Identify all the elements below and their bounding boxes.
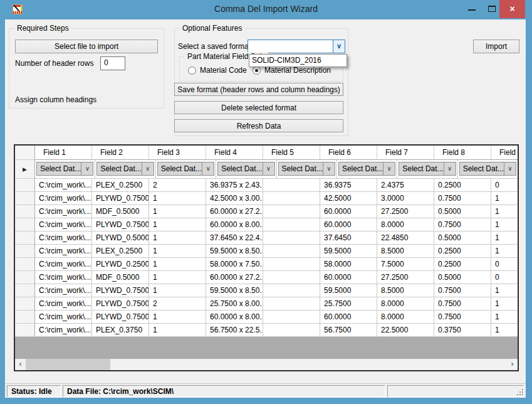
grid-cell[interactable]: 1 — [149, 245, 206, 258]
grid-cell[interactable]: 8.5000 — [377, 284, 434, 297]
row-header-cell[interactable] — [15, 324, 35, 337]
grid-cell[interactable]: 1 — [491, 192, 518, 205]
grid-cell[interactable]: C:\rcim_work\... — [35, 311, 92, 324]
grid-cell[interactable]: 56.7500 x 22.5... — [206, 324, 263, 337]
grid-cell[interactable]: 0 — [491, 258, 518, 271]
grid-cell[interactable]: 56.7500 — [320, 324, 377, 337]
grid-cell[interactable]: PLYWD_0.7500 — [92, 284, 149, 297]
grid-cell[interactable]: 0.5000 — [434, 231, 491, 245]
grid-cell[interactable]: 36.9375 — [320, 179, 377, 192]
grid-cell[interactable]: 1 — [491, 245, 518, 258]
row-header-cell[interactable] — [15, 258, 35, 271]
grid-cell[interactable]: 0.3750 — [434, 324, 491, 337]
row-header-cell[interactable] — [15, 205, 35, 218]
grid-cell[interactable]: 59.5000 — [320, 245, 377, 258]
grid-cell[interactable]: 60.0000 — [320, 311, 377, 324]
grid-cell[interactable] — [263, 231, 320, 245]
grid-cell[interactable]: PLYWD_0.7500 — [92, 192, 149, 205]
grid-cell[interactable]: 2.4375 — [377, 179, 434, 192]
grid-cell[interactable]: 59.5000 x 8.50... — [206, 284, 263, 297]
grid-cell[interactable]: 37.6450 — [320, 231, 377, 245]
column-header[interactable]: Field 2 — [92, 146, 149, 160]
select-data-combobox[interactable]: Select Dat...∨ — [96, 162, 154, 176]
grid-cell[interactable] — [263, 271, 320, 284]
grid-cell[interactable]: 1 — [149, 192, 206, 205]
scroll-right-arrow[interactable]: › — [507, 359, 518, 370]
grid-cell[interactable]: 27.2500 — [377, 271, 434, 284]
grid-cell[interactable]: 1 — [149, 311, 206, 324]
grid-cell[interactable]: 0.7500 — [434, 311, 491, 324]
grid-cell[interactable]: 25.7500 x 8.00... — [206, 297, 263, 311]
grid-cell[interactable]: PLEX_0.3750 — [92, 324, 149, 337]
radio-material-code[interactable]: Material Code — [188, 66, 247, 75]
grid-cell[interactable]: 8.5000 — [377, 245, 434, 258]
row-header-cell[interactable] — [15, 218, 35, 231]
resize-grip-icon[interactable] — [522, 394, 523, 395]
grid-cell[interactable]: C:\rcim_work\... — [35, 218, 92, 231]
row-header-cell[interactable] — [15, 311, 35, 324]
grid-cell[interactable]: 1 — [149, 284, 206, 297]
grid-cell[interactable]: 42.5000 — [320, 192, 377, 205]
grid-cell[interactable]: 59.5000 — [320, 284, 377, 297]
titlebar[interactable]: Comma Del Import Wizard × — [0, 0, 532, 19]
grid-cell[interactable] — [263, 324, 320, 337]
grid-cell[interactable]: 1 — [149, 231, 206, 245]
grid-cell[interactable]: 0.7500 — [434, 192, 491, 205]
grid-cell[interactable]: PLYWD_0.7500 — [92, 297, 149, 311]
grid-cell[interactable] — [263, 245, 320, 258]
grid-cell[interactable]: PLYWD_0.5000 — [92, 231, 149, 245]
row-header-cell[interactable] — [15, 192, 35, 205]
column-header[interactable]: Field 8 — [434, 146, 491, 160]
grid-cell[interactable]: 58.0000 — [320, 258, 377, 271]
grid-cell[interactable]: PLEX_0.2500 — [92, 245, 149, 258]
select-data-combobox[interactable]: Select Dat...∨ — [217, 162, 274, 176]
column-header[interactable]: Field 3 — [149, 146, 206, 160]
row-header-cell[interactable] — [15, 231, 35, 245]
grid-cell[interactable]: 1 — [149, 271, 206, 284]
grid-cell[interactable]: 60.0000 — [320, 218, 377, 231]
column-header[interactable]: Field 9 — [491, 146, 518, 160]
grid-cell[interactable]: 58.0000 x 7.50... — [206, 258, 263, 271]
row-header-cell[interactable] — [15, 245, 35, 258]
select-data-combobox[interactable]: Select Dat...∨ — [459, 162, 516, 176]
grid-cell[interactable]: 1 — [491, 205, 518, 218]
radio-material-description[interactable]: Material Description — [253, 66, 331, 75]
grid-cell[interactable]: MDF_0.5000 — [92, 271, 149, 284]
grid-cell[interactable]: 37.6450 x 22.4... — [206, 231, 263, 245]
grid-cell[interactable]: 36.9375 x 2.43... — [206, 179, 263, 192]
select-data-combobox[interactable]: Select Dat...∨ — [157, 162, 214, 176]
row-header-cell[interactable] — [15, 297, 35, 311]
grid-cell[interactable]: 60.0000 x 27.2... — [206, 271, 263, 284]
grid-cell[interactable]: C:\rcim_work\... — [35, 192, 92, 205]
grid-cell[interactable]: 60.0000 x 27.2... — [206, 205, 263, 218]
grid-cell[interactable]: 60.0000 x 8.00... — [206, 218, 263, 231]
grid-cell[interactable]: MDF_0.5000 — [92, 205, 149, 218]
grid-cell[interactable]: C:\rcim_work\... — [35, 231, 92, 245]
row-header-cell[interactable] — [15, 284, 35, 297]
grid-cell[interactable]: C:\rcim_work\... — [35, 179, 92, 192]
grid-corner-cell[interactable] — [15, 146, 35, 160]
horizontal-scrollbar[interactable]: ‹ › — [15, 359, 518, 370]
grid-cell[interactable]: 1 — [491, 284, 518, 297]
grid-cell[interactable]: 1 — [149, 218, 206, 231]
column-header[interactable]: Field 1 — [35, 146, 92, 160]
grid-cell[interactable]: PLEX_0.2500 — [92, 179, 149, 192]
close-button[interactable]: × — [499, 0, 525, 18]
grid-cell[interactable]: 2 — [149, 297, 206, 311]
select-data-combobox[interactable]: Select Dat...∨ — [338, 162, 395, 176]
grid-cell[interactable] — [263, 258, 320, 271]
grid-cell[interactable]: PLYWD_0.7500 — [92, 218, 149, 231]
grid-cell[interactable]: 8.0000 — [377, 218, 434, 231]
select-data-combobox[interactable]: Select Dat...∨ — [399, 162, 456, 176]
grid-cell[interactable]: 0.2500 — [434, 258, 491, 271]
select-file-button[interactable]: Select file to import — [15, 40, 158, 53]
grid-cell[interactable]: 1 — [491, 311, 518, 324]
column-header[interactable]: Field 5 — [263, 146, 320, 160]
grid-cell[interactable]: 1 — [491, 218, 518, 231]
grid-cell[interactable]: 0.2500 — [434, 245, 491, 258]
minimize-button[interactable] — [462, 0, 481, 18]
grid-cell[interactable]: C:\rcim_work\... — [35, 245, 92, 258]
grid-cell[interactable]: 1 — [491, 231, 518, 245]
grid-cell[interactable] — [263, 205, 320, 218]
row-header-cell[interactable] — [15, 271, 35, 284]
